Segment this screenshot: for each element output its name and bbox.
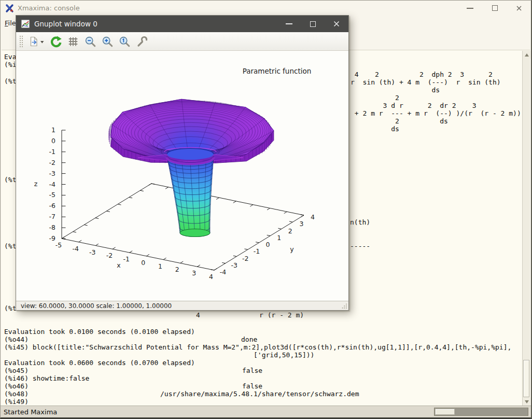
console-text-fragment: (%o45) [4, 367, 29, 374]
export-button[interactable] [26, 34, 46, 49]
line [233, 256, 236, 256]
z-axis-label: z [34, 180, 38, 188]
console-text-fragment: (%o44) [4, 336, 29, 343]
vscrollbar-thumb[interactable] [523, 360, 529, 397]
line [250, 205, 253, 206]
console-text-fragment: (%t [4, 77, 16, 85]
gnuplot-titlebar[interactable]: Gnuplot window 0 [16, 16, 348, 32]
gnuplot-statusbar: view: 60.0000, 30.0000 scale: 1.00000, 1… [16, 301, 348, 310]
vertical-scrollbar[interactable] [522, 51, 530, 406]
console-text-fragment: (%i [4, 61, 16, 68]
console-text-fragment: (%t [4, 176, 16, 184]
console-text-fragment: 4 [196, 311, 200, 319]
zoom-in-icon [101, 35, 114, 48]
settings-button[interactable] [134, 34, 150, 49]
menu-file[interactable]: File [5, 19, 16, 27]
y-tick-label: -2 [242, 255, 248, 262]
console-text-fragment: done [241, 336, 257, 343]
line [256, 242, 259, 243]
gnuplot-window-title: Gnuplot window 0 [34, 20, 97, 28]
toolbar-grip[interactable] [20, 36, 23, 47]
console-text-fragment: (%o48) [4, 390, 29, 398]
line [278, 228, 281, 229]
grid-button[interactable] [65, 34, 81, 49]
console-text-fragment: false [242, 367, 262, 374]
gnuplot-app-icon [21, 19, 30, 29]
xmaxima-titlebar[interactable]: Xmaxima: console [1, 1, 531, 16]
z-tick-label: -1 [49, 148, 55, 156]
zoom-original-button[interactable] [117, 34, 132, 49]
z-tick-label: -4 [49, 180, 56, 188]
console-text-fragment: Eva [4, 53, 16, 61]
y-tick-label: 0 [266, 241, 270, 248]
line [73, 232, 76, 232]
y-tick-label: 1 [277, 234, 281, 242]
maximize-icon [492, 5, 498, 11]
surface-funnel [109, 99, 274, 236]
line [146, 254, 149, 256]
gnuplot-close-button[interactable] [328, 16, 345, 32]
line [267, 235, 270, 235]
line [245, 249, 248, 249]
zoom-in-button[interactable] [100, 34, 115, 49]
xmaxima-app-icon [5, 4, 15, 13]
plot-title: Parametric function [243, 67, 312, 75]
console-text-fragment: (%i49) [4, 398, 29, 406]
zoom-out-button[interactable] [82, 34, 98, 49]
minimize-icon [467, 8, 473, 9]
gnuplot-toolbar [16, 32, 348, 51]
scroll-down-button[interactable] [523, 398, 530, 406]
console-text-fragment: /usr/share/maxima/5.48.1/share/tensor/sc… [160, 390, 359, 398]
minimize-icon [286, 23, 292, 24]
line [95, 218, 99, 218]
z-tick-label: -5 [49, 191, 55, 199]
console-text-fragment: (%o46) [4, 382, 29, 390]
x-tick-label: 4 [209, 273, 213, 281]
line [163, 258, 166, 259]
scroll-up-button[interactable] [523, 51, 530, 59]
line [284, 212, 287, 213]
x-axis-label: x [117, 261, 120, 269]
status-text: Started Maxima [4, 408, 57, 416]
line [140, 190, 143, 191]
plot-canvas[interactable]: -5-4-3-2-101234-4-3-2-10123410-1-2-3-4-5… [17, 51, 348, 302]
console-text-fragment: false [242, 382, 262, 390]
y-tick-label: 3 [299, 220, 303, 228]
console-text-fragment: (%t [4, 304, 16, 312]
xmaxima-minimize-button[interactable] [462, 1, 478, 15]
line [62, 239, 214, 270]
xmaxima-maximize-button[interactable] [487, 1, 502, 15]
x-tick-label: 3 [192, 269, 196, 277]
line [214, 215, 304, 270]
plot-3d-surface[interactable]: -5-4-3-2-101234-4-3-2-10123410-1-2-3-4-5… [17, 51, 348, 302]
horizontal-scrollbar[interactable] [434, 408, 528, 416]
wrench-icon [135, 35, 148, 48]
gnuplot-minimize-button[interactable] [280, 16, 298, 32]
x-tick-label: 0 [141, 259, 145, 267]
z-tick-label: -8 [49, 224, 56, 231]
zoom-out-icon [84, 35, 96, 48]
line [118, 204, 121, 205]
line [130, 251, 133, 253]
zoom-original-icon [118, 35, 131, 48]
line [233, 201, 236, 203]
y-axis-label: y [290, 245, 294, 253]
x-tick-label: -4 [72, 245, 79, 253]
xmaxima-close-button[interactable] [511, 1, 527, 15]
maximize-icon [310, 21, 316, 27]
view-scale-text: view: 60.0000, 30.0000 scale: 1.00000, 1… [21, 302, 172, 310]
xmaxima-window-title: Xmaxima: console [18, 4, 80, 12]
y-tick-label: 2 [288, 227, 292, 235]
gnuplot-maximize-button[interactable] [304, 16, 321, 32]
arrow-down-icon [525, 400, 529, 403]
line [113, 247, 116, 249]
resize-grip-icon[interactable] [341, 303, 347, 309]
replot-button[interactable] [48, 34, 64, 49]
y-tick-label: 4 [311, 213, 315, 221]
x-tick-label: -5 [55, 241, 62, 249]
line [95, 244, 99, 245]
console-text-fragment: n(th) [350, 218, 370, 226]
y-tick-label: -3 [231, 261, 237, 269]
replot-icon [49, 35, 62, 48]
hscrollbar-thumb[interactable] [435, 409, 455, 415]
